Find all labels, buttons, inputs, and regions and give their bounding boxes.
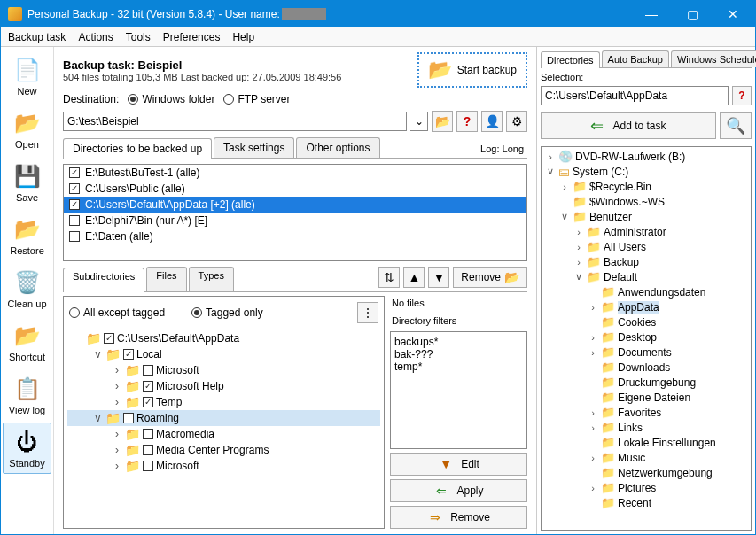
tree-checkbox[interactable] <box>143 365 153 376</box>
dir-checkbox[interactable] <box>69 215 80 226</box>
subtab-types[interactable]: Types <box>189 267 234 291</box>
rp-tab-directories[interactable]: Directories <box>541 51 600 68</box>
expand-icon[interactable]: ∨ <box>559 211 570 222</box>
rp-tab-scheduler[interactable]: Windows Scheduler <box>671 50 756 67</box>
apply-filter-button[interactable]: ⇐Apply <box>390 479 527 502</box>
tab-task-settings[interactable]: Task settings <box>214 137 294 158</box>
tree-node[interactable]: ›📁✓Temp <box>67 394 380 410</box>
rp-tab-auto-backup[interactable]: Auto Backup <box>602 50 669 67</box>
tree-checkbox[interactable] <box>143 461 153 471</box>
expand-icon[interactable]: › <box>588 453 598 463</box>
remove-dir-button[interactable]: Remove📂 <box>453 267 527 288</box>
sidebar-save[interactable]: 💾Save <box>3 157 51 208</box>
drive-tree-node[interactable]: ∨🖴System (C:) <box>543 164 749 179</box>
drive-tree-node[interactable]: ›📁Administrator <box>543 224 749 239</box>
drive-tree-node[interactable]: ›📁Music <box>543 450 749 465</box>
tab-other-options[interactable]: Other options <box>296 137 379 158</box>
sort-button[interactable]: ⇅ <box>378 267 400 288</box>
move-up-button[interactable]: ▲ <box>403 267 425 288</box>
expand-icon[interactable]: › <box>588 483 598 493</box>
drive-tree-node[interactable]: ›📁Pictures <box>543 480 749 495</box>
menu-help[interactable]: Help <box>232 31 254 43</box>
expand-icon[interactable]: › <box>573 242 584 252</box>
dir-item[interactable]: ✓C:\Users\Public (alle) <box>64 181 526 197</box>
tree-node[interactable]: ›📁Macromedia <box>67 426 380 442</box>
dir-item[interactable]: ✓E:\Butest\BuTest-1 (alle) <box>64 165 526 181</box>
selection-input[interactable] <box>541 86 729 105</box>
sidebar-standby[interactable]: ⏻Standby <box>3 423 51 474</box>
tree-checkbox[interactable]: ✓ <box>104 333 114 344</box>
minimize-button[interactable]: — <box>631 1 672 27</box>
expand-icon[interactable]: › <box>112 428 122 440</box>
drive-tree-node[interactable]: 📁Recent <box>543 495 749 510</box>
expand-icon[interactable]: ∨ <box>92 348 103 361</box>
expand-icon[interactable]: › <box>112 380 122 392</box>
drive-tree-node[interactable]: ›📁Backup <box>543 254 749 269</box>
expand-icon[interactable]: › <box>588 347 598 358</box>
dir-item[interactable]: ✓C:\Users\Default\AppData [+2] (alle) <box>64 197 526 213</box>
expand-icon[interactable]: ∨ <box>545 166 556 177</box>
tree-checkbox[interactable] <box>123 413 134 423</box>
drive-tree-node[interactable]: 📁Druckumgebung <box>543 375 749 390</box>
browse-button[interactable]: 📂 <box>432 111 453 132</box>
add-to-task-button[interactable]: ⇐ Add to task <box>541 112 716 139</box>
sidebar-restore[interactable]: 📂Restore <box>3 210 51 261</box>
subdirectory-tree[interactable]: 📁✓C:\Users\Default\AppData∨📁✓Local›📁Micr… <box>64 329 384 528</box>
maximize-button[interactable]: ▢ <box>672 1 713 27</box>
sidebar-open[interactable]: 📂Open <box>3 104 51 155</box>
subtree-options-button[interactable]: ⋮ <box>357 302 378 323</box>
selection-help-button[interactable]: ? <box>732 86 752 105</box>
tab-directories[interactable]: Directories to be backed up <box>63 138 212 159</box>
expand-icon[interactable]: › <box>588 407 598 418</box>
log-setting[interactable]: Log: Long <box>477 140 527 158</box>
sidebar-clean-up[interactable]: 🗑️Clean up <box>3 263 51 314</box>
tree-node[interactable]: ›📁Microsoft <box>67 362 380 378</box>
dir-checkbox[interactable]: ✓ <box>69 199 80 210</box>
tree-node[interactable]: ›📁Microsoft <box>67 458 380 474</box>
tree-node[interactable]: 📁✓C:\Users\Default\AppData <box>67 330 380 346</box>
edit-filter-button[interactable]: ▼Edit <box>390 453 527 476</box>
start-backup-button[interactable]: 📂 Start backup <box>417 52 527 88</box>
sidebar-shortcut[interactable]: 📂Shortcut <box>3 316 51 368</box>
expand-icon[interactable]: › <box>573 227 584 237</box>
dir-checkbox[interactable] <box>69 231 80 242</box>
search-button[interactable]: 🔍 <box>720 112 752 139</box>
drive-tree-node[interactable]: 📁Netzwerkumgebung <box>543 465 749 480</box>
expand-icon[interactable]: › <box>573 257 584 268</box>
drive-tree-node[interactable]: ›📁Desktop <box>543 330 749 345</box>
drive-tree-node[interactable]: ›📁Documents <box>543 345 749 360</box>
options-button[interactable]: ⚙ <box>506 111 527 132</box>
subtab-files[interactable]: Files <box>146 267 186 291</box>
filter-list[interactable]: backups*bak-???temp* <box>390 331 527 449</box>
dest-windows-radio[interactable]: Windows folder <box>128 93 214 105</box>
tree-checkbox[interactable]: ✓ <box>143 397 153 407</box>
menu-preferences[interactable]: Preferences <box>163 31 221 43</box>
tree-node[interactable]: ∨📁Roaming <box>67 410 380 426</box>
drive-tree-node[interactable]: ∨📁Default <box>543 269 749 284</box>
subtab-subdirectories[interactable]: Subdirectories <box>63 268 144 292</box>
filter-item[interactable]: bak-??? <box>394 348 523 361</box>
drive-tree-node[interactable]: ›📁Favorites <box>543 405 749 420</box>
tree-checkbox[interactable]: ✓ <box>123 349 134 360</box>
tree-checkbox[interactable] <box>143 445 153 455</box>
move-down-button[interactable]: ▼ <box>428 267 449 288</box>
dir-item[interactable]: E:\Delphi7\Bin (nur A*) [E] <box>64 213 526 229</box>
drive-tree-node[interactable]: 📁Cookies <box>543 314 749 330</box>
expand-icon[interactable]: › <box>112 364 122 376</box>
drive-tree-node[interactable]: 📁Eigene Dateien <box>543 390 749 405</box>
drive-tree-node[interactable]: ›📁Links <box>543 420 749 435</box>
expand-icon[interactable]: › <box>588 332 598 343</box>
close-button[interactable]: ✕ <box>713 1 753 27</box>
expand-icon[interactable]: ∨ <box>92 412 103 424</box>
destination-dropdown[interactable]: ⌄ <box>410 112 428 131</box>
drive-tree-node[interactable]: 📁$Windows.~WS <box>543 194 749 209</box>
sidebar-new[interactable]: 📄New <box>3 50 51 102</box>
help-button[interactable]: ? <box>456 111 478 132</box>
drive-tree-node[interactable]: ›📁All Users <box>543 239 749 254</box>
tree-node[interactable]: ›📁Media Center Programs <box>67 442 380 458</box>
drive-tree-node[interactable]: 📁Anwendungsdaten <box>543 284 749 299</box>
drive-tree-node[interactable]: ›📁$Recycle.Bin <box>543 179 749 194</box>
expand-icon[interactable]: › <box>112 396 122 408</box>
expand-icon[interactable]: ∨ <box>573 271 584 283</box>
dir-checkbox[interactable]: ✓ <box>69 183 80 194</box>
